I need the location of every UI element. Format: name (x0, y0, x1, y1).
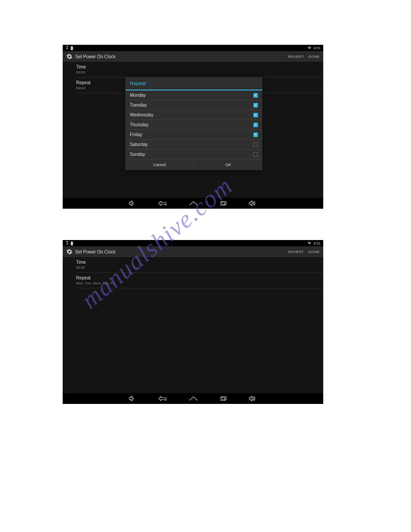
time-value: 08:00 (76, 266, 323, 270)
day-label: Tuesday (130, 103, 147, 107)
status-bar: 8:51 (63, 45, 323, 51)
day-label: Thursday (130, 122, 149, 127)
status-time: 8:51 (313, 241, 321, 245)
day-label: Wednesday (130, 112, 154, 117)
home-icon[interactable] (189, 396, 198, 401)
day-row-monday[interactable]: Monday (125, 90, 262, 100)
day-label: Monday (130, 93, 146, 98)
time-item[interactable]: Time 08:00 (63, 62, 323, 77)
volume-down-icon[interactable] (129, 201, 136, 206)
day-label: Friday (130, 132, 142, 137)
volume-down-icon[interactable] (129, 396, 136, 401)
time-item[interactable]: Time 08:00 (63, 257, 323, 272)
done-button[interactable]: DONE (308, 250, 320, 254)
svg-rect-6 (220, 397, 225, 401)
wifi-icon (307, 46, 312, 50)
home-icon[interactable] (189, 201, 198, 206)
day-checkbox[interactable] (253, 142, 258, 147)
day-label: Saturday (130, 142, 148, 147)
revert-button[interactable]: REVERT (288, 250, 304, 254)
day-checkbox[interactable] (253, 133, 258, 137)
revert-button[interactable]: REVERT (288, 55, 304, 59)
done-button[interactable]: DONE (308, 55, 320, 59)
gear-icon (66, 249, 73, 255)
nav-bar (63, 393, 323, 404)
day-row-tuesday[interactable]: Tuesday (125, 100, 262, 110)
volume-up-icon[interactable] (249, 201, 257, 206)
day-row-wednesday[interactable]: Wednesday (125, 110, 262, 120)
day-checkbox[interactable] (253, 152, 258, 157)
settings-header: Set Power On Clock REVERT DONE (63, 51, 323, 62)
wifi-icon (307, 241, 312, 245)
header-title: Set Power On Clock (75, 249, 116, 254)
screenshot-1-repeat-dialog: 8:51 Set Power On Clock REVERT DONE Time… (63, 45, 323, 209)
day-checkbox[interactable] (253, 103, 258, 107)
screenshot-2-settings: 8:51 Set Power On Clock REVERT DONE Time… (63, 240, 323, 404)
day-row-saturday[interactable]: Saturday (125, 140, 262, 150)
svg-rect-0 (71, 47, 73, 50)
day-row-friday[interactable]: Friday (125, 130, 262, 140)
volume-up-icon[interactable] (249, 396, 257, 401)
time-label: Time (76, 64, 323, 69)
day-checkbox[interactable] (253, 123, 258, 127)
battery-icon (71, 46, 73, 50)
gear-icon (66, 53, 73, 60)
svg-rect-4 (71, 242, 73, 245)
back-icon[interactable] (158, 201, 167, 206)
day-label: Sunday (130, 152, 145, 157)
day-row-sunday[interactable]: Sunday (125, 150, 262, 159)
header-title: Set Power On Clock (75, 54, 116, 59)
svg-rect-3 (222, 201, 226, 205)
recent-apps-icon[interactable] (220, 396, 227, 401)
status-bar: 8:51 (63, 240, 323, 246)
repeat-value: Mon, Tue, Wed, Thu, Fri (76, 281, 323, 285)
back-icon[interactable] (158, 396, 167, 401)
recent-apps-icon[interactable] (220, 201, 227, 206)
svg-rect-1 (72, 46, 73, 47)
time-label: Time (76, 260, 323, 265)
status-time: 8:51 (313, 46, 321, 50)
settings-content: Time 08:00 Repeat Mon, Tue, Wed, Thu, Fr… (63, 257, 323, 393)
usb-icon (65, 46, 69, 50)
dialog-title: Repeat (125, 77, 262, 90)
day-checkbox[interactable] (253, 93, 258, 98)
cancel-button[interactable]: Cancel (125, 159, 194, 170)
nav-bar (63, 198, 323, 209)
battery-icon (71, 241, 73, 245)
svg-rect-2 (220, 202, 225, 206)
ok-button[interactable]: OK (194, 159, 263, 170)
repeat-dialog: Repeat MondayTuesdayWednesdayThursdayFri… (125, 77, 262, 170)
svg-rect-5 (72, 241, 73, 242)
day-row-thursday[interactable]: Thursday (125, 120, 262, 130)
time-value: 08:00 (76, 70, 323, 74)
day-checkbox[interactable] (253, 113, 258, 117)
divider (76, 288, 323, 288)
svg-rect-7 (222, 396, 226, 400)
settings-header: Set Power On Clock REVERT DONE (63, 246, 323, 257)
repeat-label: Repeat (76, 275, 323, 280)
repeat-item[interactable]: Repeat Mon, Tue, Wed, Thu, Fri (63, 273, 323, 288)
usb-icon (65, 241, 69, 245)
